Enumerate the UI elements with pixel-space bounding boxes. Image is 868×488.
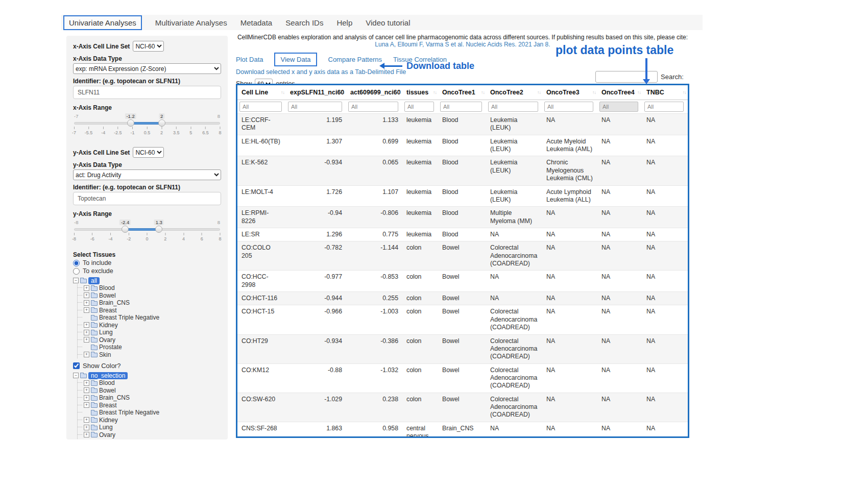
filter-input-tnbc[interactable] bbox=[644, 102, 684, 112]
tree-item-kidney[interactable]: +Kidney bbox=[78, 322, 221, 329]
nav-item-help[interactable]: Help bbox=[336, 18, 352, 27]
y-data-type-select[interactable]: act: Drug Activity bbox=[73, 169, 221, 180]
tree-item-bowel[interactable]: +Bowel bbox=[78, 292, 221, 300]
expand-icon[interactable]: + bbox=[84, 425, 89, 430]
tree-item-ovary[interactable]: +Ovary bbox=[78, 336, 221, 344]
expand-icon[interactable]: + bbox=[84, 330, 89, 335]
tree-root-all[interactable]: −all bbox=[73, 277, 221, 284]
x-identifier-input[interactable] bbox=[73, 86, 221, 99]
download-tab-delimited-link[interactable]: Download selected x and y axis data as a… bbox=[236, 68, 406, 76]
sort-icon[interactable]: ↑↓ bbox=[592, 90, 596, 95]
nav-item-metadata[interactable]: Metadata bbox=[240, 18, 273, 27]
filter-input-oncotree2[interactable] bbox=[488, 102, 538, 112]
expand-icon[interactable]: + bbox=[84, 387, 89, 393]
x-cell-line-set-select[interactable]: NCI-60 bbox=[133, 41, 164, 52]
tree-item-breast[interactable]: +Breast bbox=[78, 307, 221, 314]
tree-root-no-selection[interactable]: −no_selection bbox=[73, 372, 221, 379]
y-identifier-input[interactable] bbox=[73, 192, 221, 205]
table-row-cns-sf-268[interactable]: CNS:SF-2681.8630.958central nervous syst… bbox=[237, 422, 688, 438]
column-header-oncotree2[interactable]: OncoTree2↑↓ bbox=[486, 85, 542, 100]
x-data-type-select[interactable]: exp: mRNA Expression (Z-Score) bbox=[73, 63, 221, 74]
nav-item-video-tutorial[interactable]: Video tutorial bbox=[366, 18, 410, 27]
tree-item-breast-triple-negative[interactable]: Breast Triple Negative bbox=[78, 314, 221, 322]
tree-item-kidney[interactable]: +Kidney bbox=[78, 417, 221, 424]
slider-handle-high[interactable] bbox=[158, 119, 165, 127]
table-row-le-hl-60-tb[interactable]: LE:HL-60(TB)1.3070.699leukemiaBloodLeuke… bbox=[237, 135, 688, 156]
slider-handle-low[interactable] bbox=[127, 119, 134, 127]
slider-handle-high[interactable] bbox=[155, 226, 162, 233]
tab-compare-patterns[interactable]: Compare Patterns bbox=[328, 56, 382, 63]
column-header-oncotree4[interactable]: OncoTree4↑↓ bbox=[597, 85, 642, 100]
table-row-le-k-562[interactable]: LE:K-562-0.9340.065leukemiaBloodLeukemia… bbox=[237, 156, 688, 185]
column-header-cell-line[interactable]: Cell Line↑↓ bbox=[237, 85, 286, 100]
column-header-oncotree3[interactable]: OncoTree3↑↓ bbox=[542, 85, 597, 100]
filter-input-oncotree4[interactable] bbox=[599, 102, 638, 112]
slider-handle-low[interactable] bbox=[122, 226, 129, 233]
tree-item-skin[interactable]: +Skin bbox=[78, 351, 221, 359]
show-color-row[interactable]: Show Color? bbox=[73, 362, 221, 370]
column-header-oncotree1[interactable]: OncoTree1↑↓ bbox=[438, 85, 486, 100]
tab-plot-data[interactable]: Plot Data bbox=[236, 56, 263, 63]
radio-to-include[interactable]: To include bbox=[73, 259, 221, 266]
radio-to-include-input[interactable] bbox=[73, 260, 80, 266]
filter-input-act609699-nci60[interactable] bbox=[348, 102, 398, 112]
show-color-checkbox[interactable] bbox=[73, 362, 80, 369]
nav-item-search-ids[interactable]: Search IDs bbox=[285, 18, 323, 27]
sort-icon[interactable]: ↑↓ bbox=[341, 90, 345, 95]
sort-icon[interactable]: ↑↓ bbox=[433, 90, 437, 95]
tab-view-data[interactable]: View Data bbox=[274, 53, 317, 66]
slider-range-bar[interactable] bbox=[131, 122, 162, 125]
expand-icon[interactable]: + bbox=[84, 352, 89, 357]
tree-item-ovary[interactable]: +Ovary bbox=[78, 431, 221, 439]
expand-icon[interactable]: + bbox=[84, 307, 89, 313]
tree-item-lung[interactable]: +Lung bbox=[78, 424, 221, 431]
y-range-slider[interactable]: -8 8 -2.4 1.3 -8-6-4-202468 bbox=[74, 219, 220, 246]
filter-input-oncotree3[interactable] bbox=[544, 102, 593, 112]
expand-icon[interactable]: + bbox=[84, 292, 89, 298]
column-header-expslfn11-nci60[interactable]: expSLFN11_nci60↑↓ bbox=[286, 85, 346, 100]
column-header-tissues[interactable]: tissues↑↓ bbox=[402, 85, 438, 100]
nav-item-multivariate-analyses[interactable]: Multivariate Analyses bbox=[155, 18, 227, 27]
y-cell-line-set-select[interactable]: NCI-60 bbox=[133, 147, 164, 158]
radio-to-exclude[interactable]: To exclude bbox=[73, 267, 221, 275]
tree-item-lung[interactable]: +Lung bbox=[78, 329, 221, 336]
table-row-co-hct-15[interactable]: CO:HCT-15-0.966-1.003colonBowelColorecta… bbox=[237, 305, 688, 334]
filter-input-cell-line[interactable] bbox=[239, 102, 282, 112]
slider-range-bar[interactable] bbox=[125, 228, 159, 231]
expand-icon[interactable]: + bbox=[84, 380, 89, 386]
column-header-tnbc[interactable]: TNBC↑↓ bbox=[642, 85, 688, 100]
sort-icon[interactable]: ↑↓ bbox=[481, 90, 485, 95]
nav-item-univariate-analyses[interactable]: Univariate Analyses bbox=[63, 15, 142, 30]
sort-icon[interactable]: ↑↓ bbox=[281, 90, 284, 95]
expand-icon[interactable]: + bbox=[84, 417, 89, 423]
tree-item-breast[interactable]: +Breast bbox=[78, 402, 221, 409]
expand-icon[interactable]: + bbox=[84, 322, 89, 328]
x-range-slider[interactable]: -7 8 -1.2 2 -7-5.5-4-2.5-10.523.556.58 bbox=[74, 113, 220, 140]
tree-item-brain-cns[interactable]: +Brain_CNS bbox=[78, 299, 221, 307]
collapse-icon[interactable]: − bbox=[73, 373, 79, 378]
tree-item-blood[interactable]: +Blood bbox=[78, 379, 221, 387]
sort-icon[interactable]: ↑↓ bbox=[637, 90, 641, 95]
expand-icon[interactable]: + bbox=[84, 402, 89, 408]
sort-icon[interactable]: ↑↓ bbox=[683, 90, 686, 95]
expand-icon[interactable]: + bbox=[84, 395, 89, 401]
filter-input-expslfn11-nci60[interactable] bbox=[288, 102, 342, 112]
tree-item-prostate[interactable]: Prostate bbox=[78, 344, 221, 351]
table-row-co-hct-116[interactable]: CO:HCT-116-0.9440.255colonBowelNANANANA bbox=[237, 292, 688, 305]
table-row-co-colo-205[interactable]: CO:COLO 205-0.782-1.144colonBowelColorec… bbox=[237, 241, 688, 271]
expand-icon[interactable]: + bbox=[84, 432, 89, 437]
table-row-le-sr[interactable]: LE:SR1.2960.775leukemiaBloodNANANANA bbox=[237, 228, 688, 241]
table-row-co-hcc-2998[interactable]: CO:HCC-2998-0.977-0.853colonBowelNANANAN… bbox=[237, 271, 688, 292]
column-header-act609699-nci60[interactable]: act609699_nci60↑↓ bbox=[346, 85, 402, 100]
tree-item-prostate[interactable]: Prostate bbox=[78, 438, 221, 440]
tree-item-breast-triple-negative[interactable]: Breast Triple Negative bbox=[78, 409, 221, 417]
table-row-le-ccrf-cem[interactable]: LE:CCRF-CEM1.1951.133leukemiaBloodLeukem… bbox=[237, 114, 688, 135]
tree-item-blood[interactable]: +Blood bbox=[78, 284, 221, 292]
radio-to-exclude-input[interactable] bbox=[73, 268, 80, 275]
table-row-co-ht29[interactable]: CO:HT29-0.934-0.386colonBowelColorectal … bbox=[237, 334, 688, 363]
table-row-le-rpmi-8226[interactable]: LE:RPMI-8226-0.94-0.806leukemiaBloodMult… bbox=[237, 207, 688, 228]
sort-icon[interactable]: ↑↓ bbox=[397, 90, 401, 95]
table-row-co-km12[interactable]: CO:KM12-0.88-1.032colonBowelColorectal A… bbox=[237, 363, 688, 393]
expand-icon[interactable]: + bbox=[84, 337, 89, 343]
sort-icon[interactable]: ↑↓ bbox=[537, 90, 541, 95]
